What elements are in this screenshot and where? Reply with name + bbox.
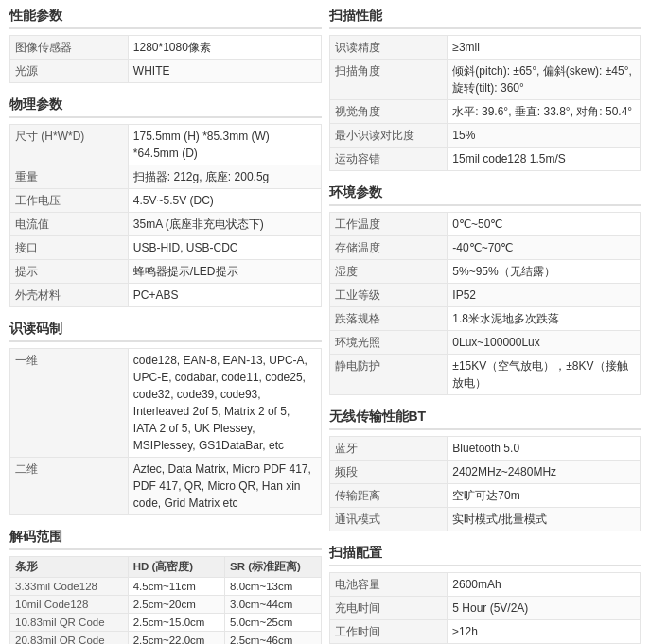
spec-label: 充电时间 <box>329 597 448 620</box>
barcode-table: 一维code128, EAN-8, EAN-13, UPC-A, UPC-E, … <box>9 348 322 515</box>
bt-table: 蓝牙Bluetooth 5.0频段2402MHz~2480MHz传输距离空旷可达… <box>329 436 641 531</box>
section-env: 环境参数 工作温度0℃~50℃存储温度-40℃~70℃湿度5%~95%（无结露）… <box>329 184 641 395</box>
spec-value: 5 Hour (5V/2A) <box>448 597 641 620</box>
spec-value: -40℃~70℃ <box>448 236 641 260</box>
spec-value: 倾斜(pitch): ±65°, 偏斜(skew): ±45°, 旋转(tilt… <box>448 60 641 100</box>
spec-label: 工作温度 <box>329 213 448 236</box>
scan-table: 识读精度≥3mil扫描角度倾斜(pitch): ±65°, 偏斜(skew): … <box>329 35 641 171</box>
section-perf: 性能参数 图像传感器1280*1080像素光源WHITE <box>9 8 322 83</box>
section-title-barcode: 识读码制 <box>9 321 322 342</box>
spec-value: USB-HID, USB-CDC <box>128 236 321 260</box>
decode-value: 5.0cm~25cm <box>225 614 321 632</box>
spec-value: 水平: 39.6°, 垂直: 33.8°, 对角: 50.4° <box>448 100 641 124</box>
spec-value: 15mil code128 1.5m/S <box>448 148 641 171</box>
spec-value: WHITE <box>128 60 321 83</box>
table-row: 频段2402MHz~2480MHz <box>329 461 641 484</box>
table-row: 3.33mil Code1284.5cm~11cm8.0cm~13cm <box>10 578 322 596</box>
spec-value: ±15KV（空气放电），±8KV（接触放电） <box>448 355 641 395</box>
decode-value: 2.5cm~22.0cm <box>128 632 224 645</box>
spec-value: 35mA (底座非充电状态下) <box>128 213 321 236</box>
table-row: 光源WHITE <box>10 60 322 83</box>
spec-label: 工作电压 <box>10 189 129 213</box>
spec-label: 湿度 <box>329 260 448 284</box>
column-header: HD (高密度) <box>128 557 224 578</box>
table-row: 存储温度-40℃~70℃ <box>329 236 641 260</box>
spec-value: ≥12h <box>448 620 641 644</box>
spec-value: 扫描器: 212g, 底座: 200.5g <box>128 165 321 189</box>
spec-value: 蜂鸣器提示/LED提示 <box>128 260 321 284</box>
section-decode: 解码范围 条形HD (高密度)SR (标准距离) 3.33mil Code128… <box>9 529 322 644</box>
table-row: 尺寸 (H*W*D)175.5mm (H) *85.3mm (W) *64.5m… <box>10 125 322 165</box>
spec-label: 图像传感器 <box>10 36 129 60</box>
section-physical: 物理参数 尺寸 (H*W*D)175.5mm (H) *85.3mm (W) *… <box>9 96 322 307</box>
spec-label: 传输距离 <box>329 484 448 508</box>
spec-label: 运动容错 <box>329 148 448 171</box>
spec-value: 15% <box>448 124 641 148</box>
table-row: 视觉角度水平: 39.6°, 垂直: 33.8°, 对角: 50.4° <box>329 100 641 124</box>
section-title-perf: 性能参数 <box>9 8 322 29</box>
section-title-env: 环境参数 <box>329 184 641 206</box>
decode-value: 2.5cm~46cm <box>225 632 321 645</box>
physical-table: 尺寸 (H*W*D)175.5mm (H) *85.3mm (W) *64.5m… <box>9 124 322 307</box>
decode-label: 3.33mil Code128 <box>10 578 129 596</box>
env-table: 工作温度0℃~50℃存储温度-40℃~70℃湿度5%~95%（无结露）工业等级I… <box>329 212 641 395</box>
spec-value: IP52 <box>448 284 641 307</box>
spec-value: Aztec, Data Matrix, Micro PDF 417, PDF 4… <box>128 458 321 515</box>
spec-label: 通讯模式 <box>329 508 448 531</box>
decode-label: 10mil Code128 <box>10 596 129 614</box>
table-row: 10mil Code1282.5cm~20cm3.0cm~44cm <box>10 596 322 614</box>
spec-value: 5%~95%（无结露） <box>448 260 641 284</box>
table-row: 电池容量2600mAh <box>329 573 641 597</box>
section-title-scanconfig: 扫描配置 <box>329 545 641 566</box>
decode-value: 2.5cm~20cm <box>128 596 224 614</box>
table-row: 湿度5%~95%（无结露） <box>329 260 641 284</box>
table-row: 识读精度≥3mil <box>329 36 641 60</box>
spec-label: 一维 <box>10 349 129 458</box>
table-row: 环境光照0Lux~100000Lux <box>329 331 641 355</box>
table-row: 静电防护±15KV（空气放电），±8KV（接触放电） <box>329 355 641 395</box>
table-row: 工作温度0℃~50℃ <box>329 213 641 236</box>
spec-label: 存储温度 <box>329 236 448 260</box>
decode-table: 条形HD (高密度)SR (标准距离) 3.33mil Code1284.5cm… <box>9 556 322 644</box>
spec-value: 2600mAh <box>448 573 641 597</box>
table-row: 通讯模式实时模式/批量模式 <box>329 508 641 531</box>
spec-label: 环境光照 <box>329 331 448 355</box>
spec-value: 1280*1080像素 <box>128 36 321 60</box>
table-row: 10.83mil QR Code2.5cm~15.0cm5.0cm~25cm <box>10 614 322 632</box>
table-row: 充电时间5 Hour (5V/2A) <box>329 597 641 620</box>
spec-label: 识读精度 <box>329 36 448 60</box>
table-row: 外壳材料PC+ABS <box>10 284 322 307</box>
spec-label: 频段 <box>329 461 448 484</box>
spec-label: 蓝牙 <box>329 437 448 461</box>
spec-value: code128, EAN-8, EAN-13, UPC-A, UPC-E, co… <box>128 349 321 458</box>
table-row: 接口USB-HID, USB-CDC <box>10 236 322 260</box>
scanconfig-table: 电池容量2600mAh充电时间5 Hour (5V/2A)工作时间≥12h扫描次… <box>329 572 641 644</box>
spec-label: 电流值 <box>10 213 129 236</box>
table-row: 二维Aztec, Data Matrix, Micro PDF 417, PDF… <box>10 458 322 515</box>
table-row: 提示蜂鸣器提示/LED提示 <box>10 260 322 284</box>
right-column: 扫描性能 识读精度≥3mil扫描角度倾斜(pitch): ±65°, 偏斜(sk… <box>329 8 641 644</box>
decode-value: 2.5cm~15.0cm <box>128 614 224 632</box>
spec-value: 4.5V~5.5V (DC) <box>128 189 321 213</box>
decode-value: 3.0cm~44cm <box>225 596 321 614</box>
spec-label: 外壳材料 <box>10 284 129 307</box>
spec-label: 工业等级 <box>329 284 448 307</box>
table-row: 传输距离空旷可达70m <box>329 484 641 508</box>
spec-value: ≥3mil <box>448 36 641 60</box>
decode-value: 8.0cm~13cm <box>225 578 321 596</box>
section-scanconfig: 扫描配置 电池容量2600mAh充电时间5 Hour (5V/2A)工作时间≥1… <box>329 545 641 644</box>
table-row: 工作电压4.5V~5.5V (DC) <box>10 189 322 213</box>
section-bt: 无线传输性能BT 蓝牙Bluetooth 5.0频段2402MHz~2480MH… <box>329 409 641 531</box>
spec-label: 电池容量 <box>329 573 448 597</box>
spec-value: 实时模式/批量模式 <box>448 508 641 531</box>
spec-value: 0℃~50℃ <box>448 213 641 236</box>
spec-label: 视觉角度 <box>329 100 448 124</box>
column-header: SR (标准距离) <box>225 557 321 578</box>
spec-value: Bluetooth 5.0 <box>448 437 641 461</box>
spec-label: 最小识读对比度 <box>329 124 448 148</box>
section-title-bt: 无线传输性能BT <box>329 409 641 430</box>
table-row: 跌落规格1.8米水泥地多次跌落 <box>329 307 641 331</box>
table-row: 蓝牙Bluetooth 5.0 <box>329 437 641 461</box>
spec-label: 接口 <box>10 236 129 260</box>
section-title-decode: 解码范围 <box>9 529 322 550</box>
